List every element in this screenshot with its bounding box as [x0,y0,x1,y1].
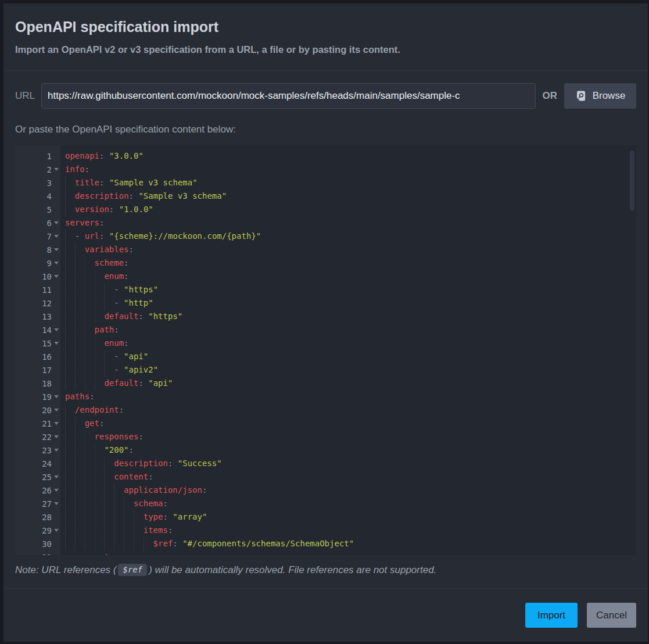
indent-guide [85,430,95,443]
spec-code-editor[interactable]: 1234567891011121314151617181920212223242… [15,146,636,555]
indent-guide [85,350,95,363]
code-line: default: "https" [65,310,636,323]
import-button[interactable]: Import [525,603,578,628]
line-number[interactable]: 29 [15,524,60,537]
fold-arrow-icon[interactable] [54,529,59,532]
line-number: 5 [15,203,60,216]
code-line: description: "Sample v3 schema" [65,189,636,203]
indent-guide [144,537,153,550]
code-line: scheme: [65,256,636,270]
indent-guide [114,537,124,550]
line-number[interactable]: 10 [15,270,60,283]
indent-guide [75,417,85,430]
line-number[interactable]: 6 [15,216,60,230]
indent-guide [85,497,95,510]
url-input[interactable] [41,83,535,109]
code-line: $ref: "#/components/schemas/SchemaObject… [65,537,636,550]
fold-arrow-icon[interactable] [54,489,59,492]
indent-guide [65,323,75,337]
indent-guide [85,377,95,390]
code-line: - "apiv2" [65,363,636,377]
fold-arrow-icon[interactable] [54,275,59,278]
indent-guide [75,243,85,256]
indent-guide [75,377,85,390]
url-label: URL [15,90,35,102]
indent-guide [95,363,105,377]
indent-guide [95,377,105,390]
indent-guide [104,363,114,377]
indent-guide [65,283,75,296]
fold-arrow-icon[interactable] [54,449,59,452]
line-number: 13 [15,310,60,323]
indent-guide [75,283,85,296]
indent-guide [65,484,75,497]
line-number[interactable]: 19 [15,390,60,403]
fold-arrow-icon[interactable] [54,342,59,345]
indent-guide [124,537,134,550]
line-number[interactable]: 26 [15,484,60,497]
indent-guide [65,256,75,270]
line-number[interactable]: 27 [15,497,60,510]
code-line: - url: "{scheme}://mockoon.com/{path}" [65,230,636,243]
fold-arrow-icon[interactable] [54,235,59,238]
code-line: /endpoint: [65,403,636,417]
indent-guide [134,537,144,550]
fold-arrow-icon[interactable] [54,395,59,398]
indent-guide [104,484,114,497]
fold-arrow-icon[interactable] [54,502,59,505]
line-number[interactable]: 23 [15,443,60,457]
indent-guide [85,470,95,484]
indent-guide [65,243,75,256]
indent-guide [95,310,105,323]
line-number[interactable]: 21 [15,417,60,430]
header-divider [3,70,648,71]
indent-guide [95,470,105,484]
indent-guide [65,230,75,243]
cancel-button[interactable]: Cancel [587,603,636,628]
fold-arrow-icon[interactable] [54,262,59,264]
code-line: enum: [65,337,636,350]
line-number[interactable]: 31 [15,550,60,555]
indent-guide [104,537,114,550]
line-number[interactable]: 20 [15,403,60,417]
line-number[interactable]: 9 [15,256,60,270]
code-line: info: [65,163,636,176]
indent-guide [85,323,95,337]
indent-guide [95,337,105,350]
line-number: 1 [15,149,60,163]
fold-arrow-icon[interactable] [54,248,59,251]
code-line: items: [65,524,636,537]
url-row: URL OR Browse [15,83,636,109]
indent-guide [114,510,124,524]
line-number[interactable]: 8 [15,243,60,256]
indent-guide [95,457,105,470]
indent-guide [75,484,85,497]
editor-code[interactable]: openapi: "3.0.0"info:title: "Sample v3 s… [60,146,636,555]
line-number[interactable]: 14 [15,323,60,337]
line-number[interactable]: 2 [15,163,60,176]
browse-button[interactable]: Browse [564,83,636,109]
line-number[interactable]: 15 [15,337,60,350]
fold-arrow-icon[interactable] [54,168,59,171]
line-number[interactable]: 22 [15,430,60,443]
indent-guide [95,350,105,363]
fold-arrow-icon[interactable] [54,475,59,478]
indent-guide [114,524,124,537]
line-number: 16 [15,350,60,363]
line-number: 30 [15,537,60,550]
line-number[interactable]: 25 [15,470,60,484]
ref-note: Note: URL references ($ref) will be auto… [15,562,636,578]
indent-guide [85,510,95,524]
fold-arrow-icon[interactable] [54,221,59,224]
line-number[interactable]: 7 [15,230,60,243]
fold-arrow-icon[interactable] [54,422,59,425]
code-line: default: "api" [65,377,636,390]
indent-guide [65,270,75,283]
indent-guide [114,484,124,497]
fold-arrow-icon[interactable] [54,435,59,438]
editor-scrollbar-thumb[interactable] [630,151,634,211]
fold-arrow-icon[interactable] [54,409,59,412]
indent-guide [75,510,85,524]
indent-guide [65,350,75,363]
fold-arrow-icon[interactable] [54,328,59,331]
